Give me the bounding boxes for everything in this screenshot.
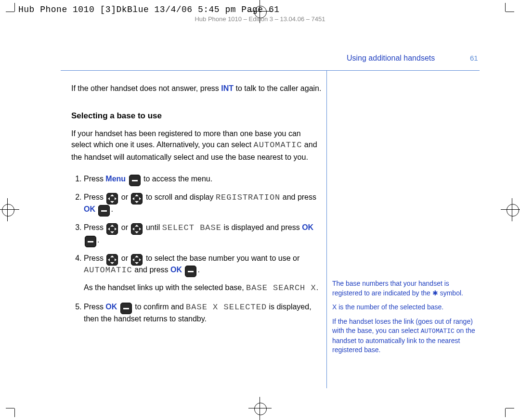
print-job-header: Hub Phone 1010 [3]DkBlue 13/4/06 5:45 pm…	[18, 5, 279, 14]
step-1-a: Press	[84, 175, 105, 183]
nav-button-icon	[131, 254, 143, 266]
step-2-c: and press	[280, 193, 316, 201]
step-2-or: or	[119, 193, 130, 201]
step-4-d: .	[197, 266, 199, 274]
steps-list: Press Menu to access the menu. Press or …	[71, 173, 322, 325]
step-1: Press Menu to access the menu.	[84, 173, 322, 185]
header-rule	[61, 70, 480, 71]
main-column: If the other handset does not answer, pr…	[71, 83, 322, 331]
registration-mark-bottom	[248, 397, 272, 420]
lcd-registration: REGISTRATION	[216, 193, 280, 202]
step-3-b: until	[143, 223, 162, 231]
step-5-a: Press	[84, 303, 105, 311]
page-number: 61	[470, 54, 478, 62]
step-4-note: As the handset links up with the selecte…	[84, 282, 322, 294]
step-2-a: Press	[84, 193, 105, 201]
step-4-or: or	[119, 254, 130, 262]
ok-button-icon	[85, 236, 96, 247]
section-intro: If your handset has been registered to m…	[71, 128, 322, 163]
lcd-automatic: AUTOMATIC	[254, 140, 302, 150]
lcd-select-base: SELECT BASE	[162, 223, 221, 232]
ok-button-icon	[98, 205, 110, 216]
step-4-note-a: As the handset links up with the selecte…	[84, 283, 246, 292]
step-4: Press or to select the base number you w…	[84, 253, 322, 294]
step-5-b: to confirm and	[133, 303, 186, 311]
menu-button-icon	[129, 175, 141, 186]
step-4-note-b: .	[316, 283, 318, 292]
step-3-c: is displayed and press	[221, 223, 302, 231]
menu-key: Menu	[105, 175, 126, 183]
ok-button-icon	[185, 266, 196, 277]
lcd-base-search: BASE SEARCH X	[246, 283, 316, 293]
intro-prefix: If the other handset does not answer, pr…	[71, 84, 221, 92]
int-key: INT	[221, 84, 234, 92]
sidebar-note-1: The base numbers that your handset is re…	[332, 279, 477, 298]
ok-key: OK	[302, 223, 313, 231]
sidebar-note-3: If the handset loses the link (goes out …	[332, 317, 477, 355]
lcd-automatic-side: AUTOMATIC	[421, 328, 455, 335]
lcd-automatic: AUTOMATIC	[84, 266, 132, 275]
step-3-d: .	[97, 236, 99, 244]
sidebar-column: The base numbers that your handset is re…	[332, 279, 477, 360]
sidebar-note-2: X is the number of the selected base.	[332, 303, 477, 312]
ok-key: OK	[84, 205, 95, 213]
registration-mark-left	[0, 198, 19, 221]
nav-button-icon	[106, 193, 118, 204]
step-2: Press or to scroll and display REGISTRAT…	[84, 191, 322, 216]
registration-mark-right	[501, 198, 520, 221]
ok-key: OK	[170, 266, 182, 274]
step-4-c: and press	[132, 266, 170, 274]
print-job-subheader: Hub Phone 1010 – Edition 3 – 13.04.06 – …	[0, 15, 520, 23]
nav-button-icon	[106, 254, 118, 266]
step-2-d: .	[111, 205, 113, 213]
nav-button-icon	[131, 223, 143, 235]
nav-button-icon	[131, 193, 143, 204]
step-3-or: or	[119, 223, 130, 231]
lcd-base-selected: BASE X SELECTED	[186, 303, 267, 312]
step-1-b: to access the menu.	[142, 175, 213, 183]
step-2-b: to scroll and display	[143, 193, 215, 201]
column-divider	[326, 71, 327, 388]
intro-paragraph: If the other handset does not answer, pr…	[71, 83, 322, 94]
step-4-b: to select the base number you want to us…	[143, 254, 299, 262]
step-3: Press or until SELECT BASE is displayed …	[84, 222, 322, 246]
nav-button-icon	[106, 223, 118, 235]
section-heading: Selecting a base to use	[71, 110, 322, 122]
step-5: Press OK to confirm and BASE X SELECTED …	[84, 301, 322, 325]
page-section-title: Using additional handsets	[347, 54, 435, 63]
ok-button-icon	[120, 303, 132, 314]
step-4-a: Press	[84, 254, 105, 262]
intro-suffix: to talk to the caller again.	[234, 84, 321, 92]
step-3-a: Press	[84, 223, 105, 231]
ok-key: OK	[105, 303, 117, 311]
